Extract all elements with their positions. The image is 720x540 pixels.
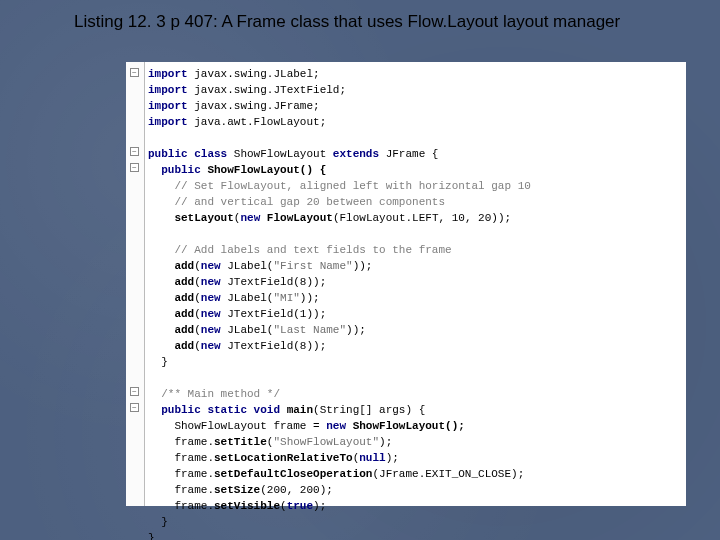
code-line: frame.setTitle("ShowFlowLayout"); (148, 434, 682, 450)
code-lines: import javax.swing.JLabel; import javax.… (148, 66, 682, 540)
code-line: // and vertical gap 20 between component… (148, 194, 682, 210)
page-title: Listing 12. 3 p 407: A Frame class that … (0, 0, 720, 36)
code-line: add(new JTextField(8)); (148, 274, 682, 290)
fold-icon[interactable]: − (130, 387, 139, 396)
code-line: } (148, 354, 682, 370)
code-line: public static void main(String[] args) { (148, 402, 682, 418)
code-line: frame.setLocationRelativeTo(null); (148, 450, 682, 466)
code-line: frame.setSize(200, 200); (148, 482, 682, 498)
code-line (148, 130, 682, 146)
code-line: public ShowFlowLayout() { (148, 162, 682, 178)
code-line: import java.awt.FlowLayout; (148, 114, 682, 130)
code-line: } (148, 514, 682, 530)
fold-icon[interactable]: − (130, 68, 139, 77)
code-line: frame.setDefaultCloseOperation(JFrame.EX… (148, 466, 682, 482)
code-line: setLayout(new FlowLayout(FlowLayout.LEFT… (148, 210, 682, 226)
code-line (148, 370, 682, 386)
code-line: add(new JTextField(8)); (148, 338, 682, 354)
code-line: frame.setVisible(true); (148, 498, 682, 514)
fold-icon[interactable]: − (130, 403, 139, 412)
code-line: import javax.swing.JTextField; (148, 82, 682, 98)
code-line (148, 226, 682, 242)
code-line: /** Main method */ (148, 386, 682, 402)
code-line: // Add labels and text fields to the fra… (148, 242, 682, 258)
code-line: } (148, 530, 682, 540)
code-line: add(new JTextField(1)); (148, 306, 682, 322)
code-panel: − − − − − import javax.swing.JLabel; imp… (126, 62, 686, 506)
code-line: // Set FlowLayout, aligned left with hor… (148, 178, 682, 194)
code-line: add(new JLabel("Last Name")); (148, 322, 682, 338)
code-gutter: − − − − − (126, 62, 145, 506)
code-line: add(new JLabel("MI")); (148, 290, 682, 306)
code-line: add(new JLabel("First Name")); (148, 258, 682, 274)
fold-icon[interactable]: − (130, 147, 139, 156)
fold-icon[interactable]: − (130, 163, 139, 172)
code-line: import javax.swing.JFrame; (148, 98, 682, 114)
code-line: ShowFlowLayout frame = new ShowFlowLayou… (148, 418, 682, 434)
code-line: public class ShowFlowLayout extends JFra… (148, 146, 682, 162)
code-line: import javax.swing.JLabel; (148, 66, 682, 82)
